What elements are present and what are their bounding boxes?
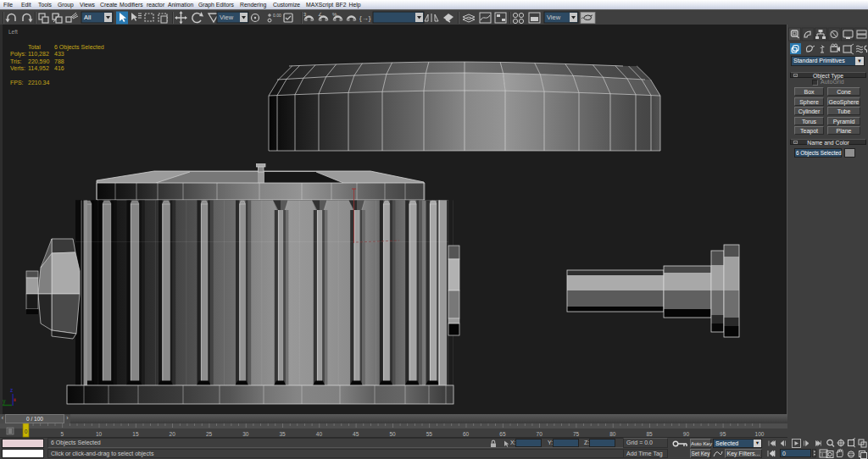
svg-text:90: 90 (683, 431, 690, 437)
svg-text:30: 30 (242, 431, 249, 437)
svg-text:35: 35 (279, 431, 286, 437)
svg-text:45: 45 (353, 431, 359, 437)
svg-text:{→}: {→} (359, 14, 371, 22)
svg-text:View: View (220, 14, 234, 21)
svg-text:0.00: 0.00 (273, 13, 281, 18)
svg-text:15: 15 (132, 431, 139, 437)
svg-text:∠: ∠ (318, 12, 322, 17)
svg-text:10: 10 (96, 431, 103, 437)
svg-text:z: z (10, 387, 14, 393)
svg-text:80: 80 (609, 431, 616, 437)
svg-text:All: All (84, 14, 92, 21)
svg-text:50: 50 (389, 431, 396, 437)
svg-text:70: 70 (537, 431, 543, 437)
svg-text:20: 20 (170, 431, 176, 437)
svg-text:25: 25 (206, 431, 213, 437)
svg-text:60: 60 (463, 431, 470, 437)
svg-text:%: % (332, 12, 337, 17)
svg-text:95: 95 (720, 431, 726, 437)
svg-text:100: 100 (755, 431, 765, 437)
svg-text:55: 55 (426, 431, 433, 437)
svg-text:40: 40 (316, 431, 323, 437)
svg-text:View: View (547, 14, 561, 21)
svg-text:0: 0 (25, 429, 28, 434)
svg-text:75: 75 (573, 431, 580, 437)
svg-text:y: y (3, 398, 6, 405)
svg-text:65: 65 (499, 431, 506, 437)
svg-text:5: 5 (60, 431, 64, 437)
svg-text:85: 85 (646, 431, 653, 437)
